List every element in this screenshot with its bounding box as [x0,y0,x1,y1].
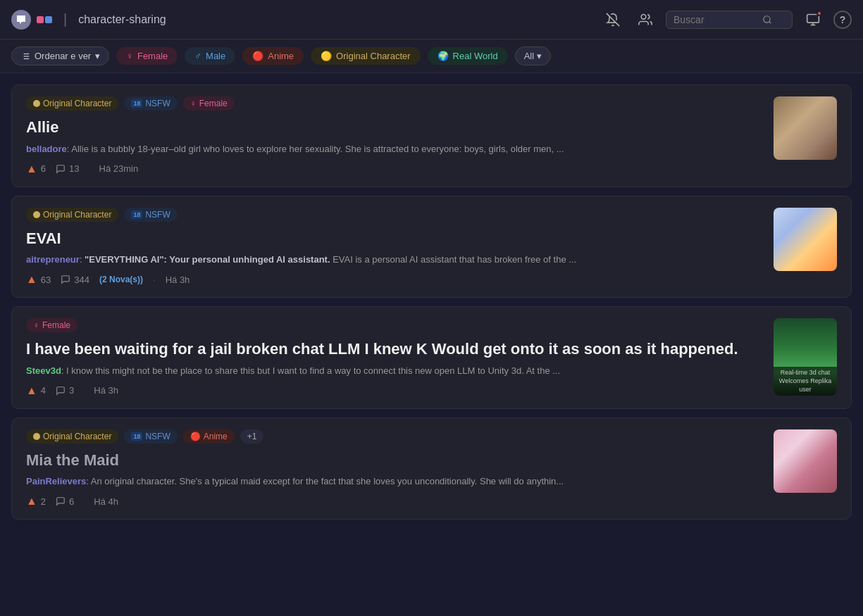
filter-chip-female[interactable]: ♀️ Female [116,47,178,65]
sort-icon [20,51,30,61]
sort-label: Ordenar e ver [35,51,91,61]
jail-thumb-caption: Real-time 3d chatWelcomes Replika user [774,367,837,396]
comment-value-jail: 3 [69,385,74,396]
search-input[interactable] [673,14,758,25]
post-mia[interactable]: Original Character 18 NSFW 🔴 Anime +1 Mi… [11,417,852,520]
tag-female-jail[interactable]: ♀️ Female [26,318,77,332]
logo-sq-pink [37,16,44,23]
monitor-icon[interactable] [801,8,825,32]
original-dot-icon [33,100,40,107]
tag-original-character-evai[interactable]: Original Character [26,208,118,222]
upvote-value-jail: 4 [41,385,46,396]
comment-icon-jail [56,386,66,396]
filter-chip-realworld[interactable]: 🌍 Real World [428,47,508,65]
upvote-icon-mia: ▲ [26,495,37,508]
logo-sq-blue [45,16,52,23]
female-icon-jail: ♀️ [33,320,39,330]
chevron-down-icon: ▾ [95,51,100,61]
post-mia-time: Há 4h [94,496,118,507]
comment-count[interactable]: 13 [56,163,79,174]
post-evai-thumb [774,208,837,271]
new-label-evai: (2 Nova(s)) [99,275,143,284]
female-label: Female [137,51,168,61]
all-chevron: ▾ [537,51,542,61]
tag-original-label-evai: Original Character [43,210,111,220]
male-emoji: ♂️ [194,51,201,61]
help-icon[interactable]: ? [833,11,852,29]
comment-count-evai[interactable]: 344 [61,275,89,285]
upvote-count-mia[interactable]: ▲ 2 [26,495,46,508]
chat-icon [11,10,31,30]
post-evai-title[interactable]: EVAI [26,229,762,249]
upvote-count-jail[interactable]: ▲ 4 [26,384,46,397]
comment-value: 13 [69,163,79,174]
filter-chip-anime[interactable]: 🔴 Anime [242,47,304,65]
post-mia-tags: Original Character 18 NSFW 🔴 Anime +1 [26,429,762,444]
comment-value-mia: 6 [69,496,74,507]
channel-name[interactable]: character-sharing [78,13,166,26]
meta-sep-evai: · [153,275,156,285]
post-evai[interactable]: Original Character 18 NSFW EVAI aitrepre… [11,196,852,298]
logo-squares [37,16,52,23]
tag-female[interactable]: ♀️ Female [183,96,235,111]
search-bar[interactable] [666,11,793,29]
nsfw-age-icon-mia: 18 [131,432,142,441]
svg-line-3 [769,21,771,23]
post-allie-desc: belladore: Allie is a bubbly 18-year–old… [26,144,762,154]
tag-anime-mia[interactable]: 🔴 Anime [183,429,235,444]
search-icon [762,15,772,25]
realworld-label: Real World [453,51,498,61]
bell-slash-icon[interactable] [601,8,625,32]
comment-icon [56,164,66,174]
tag-nsfw-label-mia: NSFW [145,432,170,441]
filter-chip-all[interactable]: All ▾ [515,46,551,65]
post-allie[interactable]: Original Character 18 NSFW ♀️ Female All… [11,84,852,187]
upvote-count-evai[interactable]: ▲ 63 [26,273,51,286]
post-jail-title[interactable]: I have been waiting for a jail broken ch… [26,339,762,360]
comment-count-jail[interactable]: 3 [56,385,74,396]
nsfw-age-icon-evai: 18 [131,210,142,219]
tag-original-label-mia: Original Character [43,432,111,441]
nav-separator: | [63,11,67,27]
post-jail[interactable]: ♀️ Female I have been waiting for a jail… [11,306,852,409]
post-evai-meta: ▲ 63 344 (2 Nova(s)) · Há 3h [26,273,762,286]
post-allie-title[interactable]: Allie [26,118,762,138]
post-evai-bold: "EVERYTHING AI": Your personal unhinged … [85,254,333,265]
post-mia-description: An original character. She's a typical m… [91,476,564,486]
comment-value-evai: 344 [74,275,89,285]
tag-nsfw-evai[interactable]: 18 NSFW [124,208,177,222]
tag-plus-mia[interactable]: +1 [240,429,264,444]
comment-icon-mia [56,496,66,506]
tag-female-label: Female [199,99,228,108]
post-jail-time: Há 3h [94,385,118,396]
post-mia-author[interactable]: PainRelievers [26,476,86,486]
tag-nsfw-label: NSFW [145,99,170,108]
comment-icon-evai [61,275,70,284]
upvote-count[interactable]: ▲ 6 [26,163,46,175]
post-evai-body: Original Character 18 NSFW EVAI aitrepre… [26,208,762,287]
filter-chip-male[interactable]: ♂️ Male [185,47,235,65]
filter-chip-original[interactable]: 🟡 Original Character [311,47,421,65]
logo[interactable] [11,10,52,30]
tag-original-character[interactable]: Original Character [26,96,118,111]
post-mia-title[interactable]: Mia the Maid [26,451,762,471]
original-label: Original Character [336,51,411,61]
nsfw-age-icon: 18 [131,99,142,108]
sort-filter[interactable]: Ordenar e ver ▾ [11,46,109,65]
tag-nsfw-mia[interactable]: 18 NSFW [124,429,177,444]
post-evai-author[interactable]: aitrepreneur [26,254,80,265]
post-jail-author[interactable]: Steev3d [26,365,61,376]
topnav: | character-sharing ? [0,0,863,39]
post-allie-description: Allie is a bubbly 18-year–old girl who l… [71,144,564,154]
post-allie-author[interactable]: belladore [26,144,67,154]
original-dot-icon [33,211,40,218]
people-icon[interactable] [633,8,657,32]
post-evai-tags: Original Character 18 NSFW [26,208,762,222]
tag-original-character-mia[interactable]: Original Character [26,429,118,444]
tag-nsfw[interactable]: 18 NSFW [124,96,177,111]
female-icon: ♀️ [190,99,197,108]
filterbar: Ordenar e ver ▾ ♀️ Female ♂️ Male 🔴 Anim… [0,39,863,73]
post-jail-meta: ▲ 4 3 Há 3h [26,384,762,397]
post-mia-body: Original Character 18 NSFW 🔴 Anime +1 Mi… [26,429,762,508]
comment-count-mia[interactable]: 6 [56,496,74,507]
